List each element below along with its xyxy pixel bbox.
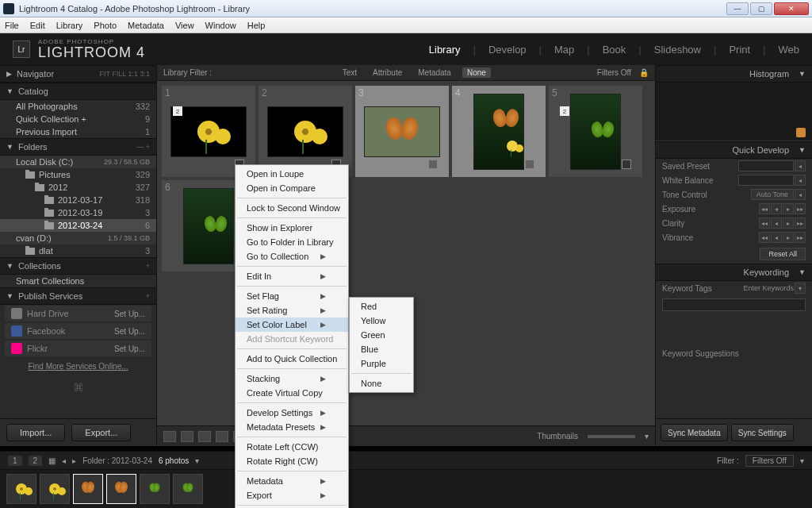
publish-flickr[interactable]: FlickrSet Up... (5, 341, 151, 356)
folder-2012-03-17[interactable]: 2012-03-17318 (0, 194, 156, 206)
menu-item[interactable]: Metadata▶ (236, 474, 348, 488)
grid-mode-icon[interactable]: ▦ (48, 456, 56, 465)
menu-item[interactable]: Lock to Second Window (236, 201, 348, 215)
menu-item[interactable]: Open in Loupe (236, 167, 348, 181)
grid-cell[interactable]: 5 2 (549, 86, 642, 177)
folders-header[interactable]: ▼ Folders — + (0, 138, 156, 156)
catalog-previous-import[interactable]: Previous Import1 (0, 125, 156, 138)
menu-item[interactable]: Set Color Label▶ (236, 318, 348, 332)
context-submenu-color-label[interactable]: RedYellowGreenBluePurpleNone (349, 297, 414, 393)
menu-item-green[interactable]: Green (350, 328, 413, 342)
filter-lock-icon[interactable]: 🔒 (639, 68, 649, 77)
step-up[interactable]: ▸ (783, 203, 794, 214)
step-down[interactable]: ◂ (771, 232, 782, 243)
catalog-all-photographs[interactable]: All Photographs332 (0, 100, 156, 113)
module-map[interactable]: Map (554, 44, 574, 56)
context-menu[interactable]: Open in LoupeOpen in CompareLock to Seco… (235, 164, 349, 508)
window-maximize[interactable]: ▢ (750, 2, 772, 15)
keyword-mode[interactable]: Enter Keywords (743, 284, 794, 292)
grid-cell[interactable]: 1 2 (162, 86, 255, 177)
expand-icon[interactable] (428, 160, 438, 169)
menu-item[interactable]: Rotate Right (CW) (236, 454, 348, 468)
expand-icon[interactable] (525, 160, 534, 169)
stack-badge[interactable]: 2 (560, 106, 569, 116)
collections-header[interactable]: ▼ Collections + (0, 257, 156, 275)
filmstrip[interactable] (0, 470, 812, 508)
smart-collections[interactable]: Smart Collections (0, 275, 156, 287)
step-down-big[interactable]: ◂◂ (759, 203, 770, 214)
filmstrip-thumb[interactable] (73, 474, 103, 504)
folder-2012-03-24[interactable]: 2012-03-246 (0, 219, 156, 232)
menu-item[interactable]: Export▶ (236, 488, 348, 502)
step-down-big[interactable]: ◂◂ (759, 232, 770, 243)
filter-text[interactable]: Text (338, 67, 362, 78)
filter-metadata[interactable]: Metadata (413, 67, 456, 78)
menu-item-red[interactable]: Red (350, 299, 413, 314)
import-button[interactable]: Import... (6, 424, 65, 441)
filmstrip-thumb[interactable] (173, 474, 203, 504)
auto-tone-button[interactable]: Auto Tone (751, 189, 794, 200)
filmstrip-thumb[interactable] (40, 474, 70, 504)
menu-help[interactable]: Help (247, 21, 266, 30)
drive-local-c[interactable]: Local Disk (C:)29.3 / 58.5 GB (0, 156, 156, 168)
menu-item-yellow[interactable]: Yellow (350, 314, 413, 328)
go-forward-icon[interactable]: ▸ (72, 456, 76, 465)
filmstrip-thumb[interactable] (6, 474, 36, 504)
module-book[interactable]: Book (603, 44, 626, 56)
grid-view-icon[interactable] (163, 431, 176, 442)
window-close[interactable]: ✕ (774, 2, 809, 15)
folders-add-icon[interactable]: — + (136, 143, 150, 151)
filmstrip-thumb[interactable] (140, 474, 170, 504)
menu-item[interactable]: Set Rating▶ (236, 303, 348, 318)
step-up-big[interactable]: ▸▸ (795, 203, 806, 214)
filmstrip-filter-menu-icon[interactable]: ▾ (800, 456, 804, 465)
step-up-big[interactable]: ▸▸ (795, 217, 806, 229)
catalog-header[interactable]: ▼ Catalog (0, 83, 156, 100)
survey-view-icon[interactable] (216, 431, 228, 442)
menu-item[interactable]: Go to Folder in Library (236, 235, 348, 249)
histogram-header[interactable]: Histogram ▼ (656, 65, 812, 83)
folder-pictures[interactable]: Pictures329 (0, 168, 156, 181)
source-label[interactable]: Folder : 2012-03-24 (82, 456, 152, 465)
loupe-view-icon[interactable] (181, 431, 193, 442)
keywording-header[interactable]: Keywording ▼ (656, 264, 812, 281)
folder-2012-03-19[interactable]: 2012-03-193 (0, 206, 156, 219)
module-web[interactable]: Web (779, 44, 800, 56)
keyword-mode-menu-icon[interactable]: ▾ (795, 283, 806, 294)
menu-file[interactable]: File (5, 21, 19, 30)
thumbnail-size-slider[interactable] (588, 435, 635, 438)
publish-hard-drive[interactable]: Hard DriveSet Up... (5, 306, 151, 321)
step-up-big[interactable]: ▸▸ (795, 232, 806, 243)
toolbar-menu-icon[interactable]: ▾ (645, 432, 649, 441)
keyword-input[interactable] (662, 298, 806, 311)
menu-item-purple[interactable]: Purple (350, 356, 413, 371)
sync-settings-button[interactable]: Sync Settings (731, 424, 794, 441)
grid-cell[interactable]: 4 (452, 86, 546, 177)
export-button[interactable]: Export... (71, 424, 131, 441)
compare-view-icon[interactable] (198, 431, 211, 442)
menu-item-none[interactable]: None (350, 376, 413, 391)
wb-select[interactable] (738, 175, 794, 186)
folder-2012[interactable]: 2012327 (0, 181, 156, 194)
go-back-icon[interactable]: ◂ (62, 456, 66, 465)
quick-develop-header[interactable]: Quick Develop ▼ (656, 141, 812, 159)
module-slideshow[interactable]: Slideshow (654, 44, 701, 56)
disclosure-icon[interactable]: ◂ (795, 160, 806, 171)
step-up[interactable]: ▸ (783, 217, 794, 229)
navigator-zoom-options[interactable]: FIT FILL 1:1 3:1 (99, 70, 150, 78)
filter-none[interactable]: None (462, 67, 491, 78)
menu-metadata[interactable]: Metadata (128, 21, 164, 30)
disclosure-icon[interactable]: ◂ (795, 189, 806, 200)
step-down[interactable]: ◂ (771, 217, 782, 229)
menu-item[interactable]: Show in Explorer (236, 221, 348, 235)
disclosure-icon[interactable]: ◂ (795, 175, 806, 186)
module-print[interactable]: Print (729, 44, 750, 56)
clipping-warning-icon[interactable] (796, 128, 806, 137)
grid-cell[interactable]: 2 (259, 86, 352, 177)
step-up[interactable]: ▸ (783, 232, 794, 243)
menu-item[interactable]: Add to Quick Collection (236, 352, 348, 366)
menu-item[interactable]: Develop Settings▶ (236, 406, 348, 420)
menu-item[interactable]: Edit In▶ (236, 269, 348, 283)
collections-add-icon[interactable]: + (146, 262, 150, 270)
window-minimize[interactable]: — (726, 2, 749, 15)
